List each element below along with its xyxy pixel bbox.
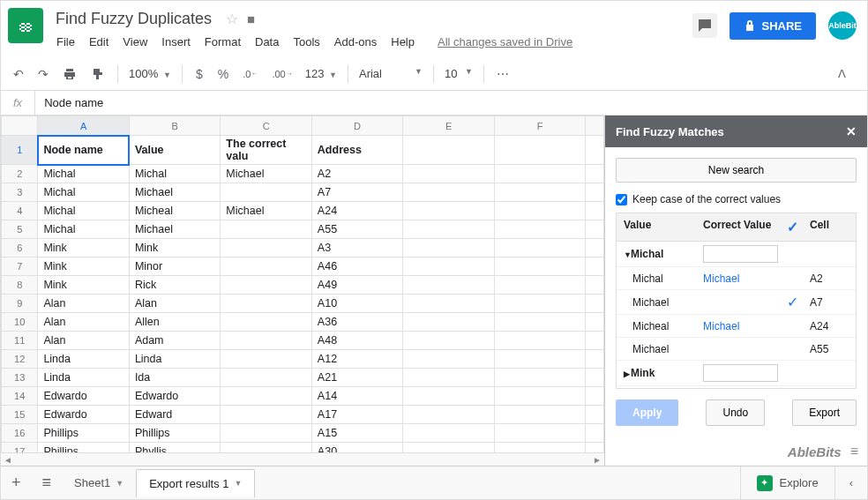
row-header-2[interactable]: 2 (2, 165, 38, 183)
menu-tools[interactable]: Tools (287, 32, 326, 52)
explore-button[interactable]: ✦ Explore (740, 466, 834, 499)
cell[interactable]: A24 (311, 202, 402, 220)
cell[interactable]: Michael (129, 183, 220, 202)
cell[interactable]: A2 (311, 165, 402, 183)
row-header-10[interactable]: 10 (2, 313, 38, 332)
group-correct-input[interactable] (703, 245, 778, 263)
cell[interactable]: Michal (38, 202, 129, 220)
cell[interactable] (494, 443, 585, 453)
cell[interactable]: A48 (311, 332, 402, 350)
star-icon[interactable]: ☆ (226, 11, 238, 27)
col-header-F[interactable]: F (494, 116, 585, 136)
cell[interactable]: Mink (38, 276, 129, 295)
cell[interactable] (403, 183, 494, 202)
menu-edit[interactable]: Edit (83, 32, 115, 52)
number-format-select[interactable]: 123 ▼ (302, 67, 340, 80)
cell[interactable]: Edwardo (38, 387, 129, 406)
cell[interactable] (494, 220, 585, 239)
cell[interactable]: A3 (311, 239, 402, 257)
cell[interactable] (221, 332, 311, 350)
apply-button[interactable]: Apply (616, 399, 678, 426)
cell[interactable]: Phillips (129, 424, 220, 443)
cell[interactable]: Michael (129, 220, 220, 239)
result-row[interactable]: Michal Michael A2 (617, 267, 856, 290)
cell[interactable] (494, 350, 585, 369)
cell[interactable] (403, 295, 494, 313)
cell[interactable]: A7 (311, 183, 402, 202)
cell[interactable]: Edward (129, 406, 220, 424)
menu-insert[interactable]: Insert (155, 32, 197, 52)
cell[interactable] (403, 406, 494, 424)
account-avatar[interactable]: AbleBit (828, 11, 857, 40)
cell[interactable] (221, 313, 311, 332)
menu-help[interactable]: Help (385, 32, 421, 52)
row-header-1[interactable]: 1 (2, 136, 38, 165)
cell[interactable]: A55 (311, 220, 402, 239)
cell[interactable] (403, 313, 494, 332)
cell[interactable] (221, 406, 311, 424)
horizontal-scrollbar[interactable]: ◄► (1, 452, 604, 466)
cell[interactable]: A12 (311, 350, 402, 369)
tab-sheet1[interactable]: Sheet1▼ (62, 469, 136, 496)
cell[interactable] (403, 239, 494, 257)
document-title[interactable]: Find Fuzzy Duplicates (50, 8, 217, 30)
col-header-A[interactable]: A (38, 116, 129, 136)
menu-file[interactable]: File (50, 32, 81, 52)
result-row[interactable]: Micheal Michael A24 (617, 315, 856, 338)
cell[interactable]: Alan (129, 295, 220, 313)
cell[interactable]: A49 (311, 276, 402, 295)
cell[interactable]: A10 (311, 295, 402, 313)
cell[interactable] (403, 369, 494, 387)
cell[interactable] (221, 183, 311, 202)
menu-view[interactable]: View (116, 32, 153, 52)
all-sheets-icon[interactable]: ≡ (32, 474, 63, 492)
cell[interactable]: A21 (311, 369, 402, 387)
col-header-B[interactable]: B (129, 116, 220, 136)
cell[interactable]: A15 (311, 424, 402, 443)
col-header-E[interactable]: E (403, 116, 494, 136)
cell[interactable] (494, 313, 585, 332)
cell[interactable] (403, 165, 494, 183)
row-header-16[interactable]: 16 (2, 424, 38, 443)
cell[interactable]: A46 (311, 257, 402, 276)
col-header-D[interactable]: D (311, 116, 402, 136)
cell[interactable]: Phillips (38, 443, 129, 453)
formula-input[interactable]: Node name (35, 96, 112, 109)
cell[interactable]: Node name (38, 136, 129, 165)
cell[interactable]: A14 (311, 387, 402, 406)
row-header-12[interactable]: 12 (2, 350, 38, 369)
cell[interactable] (403, 387, 494, 406)
cell[interactable]: Alan (38, 295, 129, 313)
share-button[interactable]: SHARE (730, 12, 816, 40)
cell[interactable] (221, 295, 311, 313)
row-header-4[interactable]: 4 (2, 202, 38, 220)
cell[interactable]: Ida (129, 369, 220, 387)
cell[interactable] (403, 443, 494, 453)
cell[interactable]: Mink (38, 239, 129, 257)
cell[interactable]: Mink (129, 239, 220, 257)
cell[interactable] (494, 257, 585, 276)
menu-format[interactable]: Format (198, 32, 247, 52)
cell[interactable] (403, 350, 494, 369)
cell[interactable] (494, 239, 585, 257)
cell[interactable] (494, 202, 585, 220)
cell[interactable]: Linda (129, 350, 220, 369)
undo-icon[interactable]: ↶ (8, 63, 29, 85)
cell[interactable] (221, 369, 311, 387)
cell[interactable]: Linda (38, 350, 129, 369)
redo-icon[interactable]: ↷ (33, 63, 54, 85)
cell[interactable]: Minor (129, 257, 220, 276)
row-header-8[interactable]: 8 (2, 276, 38, 295)
cell[interactable] (221, 220, 311, 239)
undo-button[interactable]: Undo (706, 399, 765, 426)
cell[interactable] (221, 350, 311, 369)
col-value[interactable]: Value (617, 213, 696, 241)
font-size-select[interactable]: 10 ▼ (441, 67, 476, 80)
cell[interactable] (494, 369, 585, 387)
spreadsheet-grid[interactable]: ABCDEF1Node nameValueThe correct valuAdd… (1, 116, 604, 466)
cell[interactable]: Adam (129, 332, 220, 350)
paint-format-icon[interactable] (86, 63, 110, 85)
menu-addons[interactable]: Add-ons (328, 32, 383, 52)
export-button[interactable]: Export (792, 399, 857, 426)
decrease-decimal-button[interactable]: .0← (237, 65, 263, 83)
